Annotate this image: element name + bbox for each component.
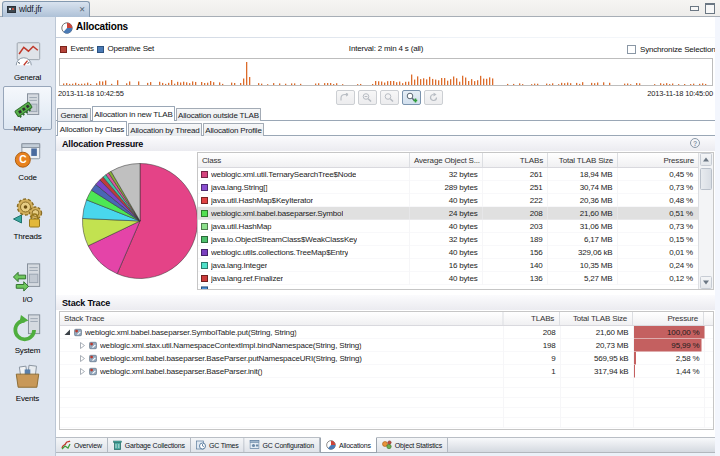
editor-tab-close-icon[interactable]: ✕: [79, 5, 85, 14]
class-table-row[interactable]: java.util.HashMap$KeyIterator40 bytes222…: [198, 194, 698, 207]
minimize-view-icon[interactable]: [689, 3, 699, 12]
col-pressure[interactable]: Pressure: [618, 153, 698, 167]
class-table-row[interactable]: java.lang.Integer16 bytes14010,35 MB0,24…: [198, 259, 698, 272]
tab-general[interactable]: General: [57, 108, 91, 121]
class-color-swatch: [201, 223, 208, 230]
col-tlabs[interactable]: TLABs: [483, 153, 548, 167]
class-color-swatch: [201, 262, 208, 269]
zoom-select-button[interactable]: [380, 90, 399, 105]
expanded-twistie-icon[interactable]: [64, 329, 71, 336]
allocations-tab-icon: [326, 440, 336, 450]
back-arrow-icon: [340, 93, 351, 102]
reset-zoom-button[interactable]: [424, 90, 443, 105]
col-stack-total-tlab-size[interactable]: Total TLAB Size: [560, 312, 633, 325]
col-stack-pressure[interactable]: Pressure: [633, 312, 704, 325]
refresh-icon: [429, 93, 439, 103]
class-color-swatch: [201, 197, 208, 204]
tab-allocation-by-class[interactable]: Allocation by Class: [57, 121, 127, 136]
sidebar-item-memory[interactable]: Memory: [0, 91, 55, 133]
stack-trace-table: Stack Trace TLABs Total TLAB Size Pressu…: [59, 311, 714, 430]
stack-trace-row[interactable]: weblogic.xml.babel.baseparser.SymbolTabl…: [60, 326, 713, 339]
recording-file-icon: [7, 5, 16, 14]
class-table-scrollbar[interactable]: [698, 153, 713, 289]
sidebar-item-events[interactable]: Events: [0, 361, 55, 403]
class-color-swatch: [201, 275, 208, 282]
threads-icon: [12, 195, 44, 229]
stack-trace-empty-row: [60, 388, 713, 398]
bottom-tab-overview[interactable]: Overview: [56, 438, 108, 452]
zoom-back-button[interactable]: [336, 90, 355, 105]
class-table-row[interactable]: java.util.HashMap40 bytes20331,06 MB0,73…: [198, 220, 698, 233]
class-table-row[interactable]: weblogic.utils.collections.TreeMap$Entry…: [198, 246, 698, 259]
allocation-pie-chart[interactable]: [81, 162, 199, 280]
timeline-spikes: [60, 59, 712, 85]
pressure-bar: [634, 352, 636, 365]
class-table-body: weblogic.xml.util.TernarySearchTree$Node…: [198, 168, 698, 289]
sidebar-item-general[interactable]: General: [0, 38, 55, 82]
scroll-up-icon[interactable]: [700, 153, 712, 166]
scroll-down-icon[interactable]: [700, 276, 712, 289]
class-color-swatch: [201, 171, 208, 178]
bottom-tab-folder: Overview Garbage Collections GC Times GC…: [56, 437, 715, 452]
sidebar-item-threads[interactable]: Threads: [0, 195, 55, 241]
right-frame: [715, 17, 720, 456]
stack-trace-row[interactable]: weblogic.xml.babel.baseparser.BaseParser…: [60, 352, 713, 365]
timeline-start-time: 2013-11-18 10:42:55: [58, 89, 124, 98]
bottom-tab-gc-configuration[interactable]: GC Configuration: [245, 438, 320, 452]
help-icon[interactable]: ?: [690, 138, 700, 148]
col-total-tlab-size[interactable]: Total TLAB Size: [548, 153, 618, 167]
stack-table-header: Stack Trace TLABs Total TLAB Size Pressu…: [60, 312, 713, 326]
sidebar-item-system[interactable]: System: [0, 313, 55, 355]
interval-label: Interval: 2 min 4 s (all): [286, 43, 486, 53]
sidebar-item-io[interactable]: I/O: [0, 262, 55, 304]
magnifier-plus-icon: [406, 92, 418, 103]
tab-allocation-in-new-tlab[interactable]: Allocation in new TLAB: [92, 106, 175, 121]
sidebar-label-threads: Threads: [0, 232, 55, 241]
timeline-chart[interactable]: [59, 58, 713, 86]
bottom-tab-allocations[interactable]: Allocations: [320, 437, 377, 453]
col-average-object-size[interactable]: Average Object S...: [410, 153, 483, 167]
bottom-tab-object-statistics[interactable]: Object Statistics: [377, 438, 448, 452]
col-class[interactable]: Class: [198, 153, 410, 167]
tab-allocation-by-thread[interactable]: Allocation by Thread: [128, 123, 202, 136]
stack-trace-row[interactable]: weblogic.xml.babel.baseparser.BaseParser…: [60, 365, 713, 378]
operative-set-legend-label: Operative Set: [108, 43, 168, 53]
stack-table-body: weblogic.xml.babel.baseparser.SymbolTabl…: [60, 326, 713, 428]
class-table-header: Class Average Object S... TLABs Total TL…: [198, 153, 698, 168]
zoom-out-button[interactable]: [358, 90, 377, 105]
class-table-row[interactable]: java.io.ObjectStreamClass$WeakClassKey32…: [198, 233, 698, 246]
col-stack-tlabs[interactable]: TLABs: [503, 312, 560, 325]
editor-tab-title: wldf.jfr: [19, 5, 42, 15]
method-icon: [89, 354, 97, 362]
scrollbar-thumb[interactable]: [700, 168, 712, 190]
allocation-by-class-table: Class Average Object S... TLABs Total TL…: [197, 152, 714, 290]
sidebar-label-general: General: [0, 73, 55, 82]
class-table-row[interactable]: weblogic.xml.babel.baseparser.Symbol24 b…: [198, 207, 698, 220]
gc-times-icon: [196, 440, 206, 450]
tab-allocation-profile[interactable]: Allocation Profile: [203, 123, 264, 136]
collapsed-twistie-icon[interactable]: [79, 368, 86, 375]
class-table-row[interactable]: weblogic.xml.util.TernarySearchTree$Node…: [198, 168, 698, 181]
sidebar-label-events: Events: [0, 394, 55, 403]
sidebar-label-memory: Memory: [0, 124, 55, 133]
bottom-tab-garbage-collections[interactable]: Garbage Collections: [108, 438, 191, 452]
page-tab-folder: General Allocation in new TLAB Allocatio…: [56, 106, 715, 121]
editor-tabbar: wldf.jfr ✕: [0, 0, 720, 17]
editor-tab-wldf[interactable]: wldf.jfr ✕: [2, 1, 90, 17]
bottom-tab-gc-times[interactable]: GC Times: [191, 438, 245, 452]
zoom-in-button[interactable]: [402, 90, 421, 105]
collapsed-twistie-icon[interactable]: [79, 342, 86, 349]
synchronize-selection-checkbox[interactable]: [627, 45, 636, 54]
stack-trace-title: Stack Trace: [62, 298, 110, 309]
class-table-row[interactable]: java.lang.ref.Finalizer40 bytes1365,27 M…: [198, 272, 698, 285]
gc-configuration-icon: [250, 440, 260, 450]
collapsed-twistie-icon[interactable]: [79, 355, 86, 362]
maximize-view-icon[interactable]: [704, 3, 714, 12]
class-table-row-partial[interactable]: [198, 285, 698, 289]
col-stack-trace[interactable]: Stack Trace: [60, 312, 503, 325]
stack-trace-empty-row: [60, 418, 713, 428]
tab-allocation-outside-tlab[interactable]: Allocation outside TLAB: [176, 108, 261, 121]
class-table-row[interactable]: java.lang.String[]289 bytes25130,74 MB0,…: [198, 181, 698, 194]
stack-trace-row[interactable]: weblogic.xml.stax.util.NamespaceContextI…: [60, 339, 713, 352]
sidebar-item-code[interactable]: C Code: [0, 140, 55, 182]
